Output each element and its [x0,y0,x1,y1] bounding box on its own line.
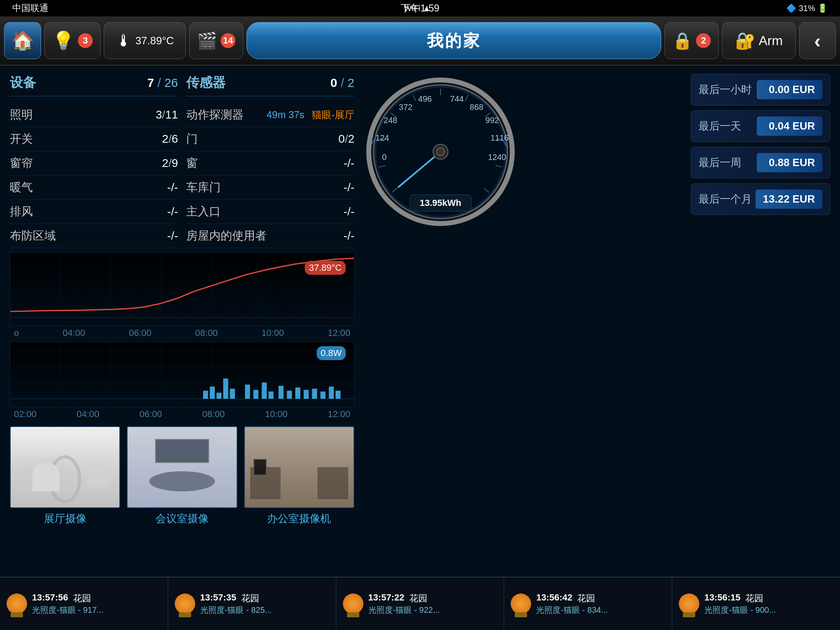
motion-location: 猫眼-展厅 [312,108,354,121]
cost-value-hour: 0.00 EUR [757,80,822,99]
light-icon: 💡 [52,30,75,51]
event-loc-5: 花园 [745,592,763,605]
top-bar: 🏠 💡 3 🌡 37.89°C 🎬 14 我的家 🔒 2 🔐 A [0,16,840,66]
cost-row-month[interactable]: 最后一个月 13.22 EUR [691,183,830,215]
camera-label-meeting: 会议室摄像 [155,511,209,526]
svg-rect-29 [278,386,283,399]
svg-text:13.95kWh: 13.95kWh [420,198,461,208]
event-item-1[interactable]: 13:57:56 花园 光照度-猫眼 - 917... [0,578,168,630]
camera-icon: 🎬 [197,31,217,50]
device-row-switch[interactable]: 开关 2/6 [10,127,178,151]
event-icon-5 [679,593,699,614]
event-text-4: 13:56:42 花园 光照度-猫眼 - 834... [536,592,665,616]
event-item-3[interactable]: 13:57:22 花园 光照度-猫眼 - 922... [336,578,504,630]
event-time-1: 13:57:56 [32,592,68,605]
devices-column: 设备 7 / 26 照明 3/11 开关 2/6 [10,74,178,248]
event-item-2[interactable]: 13:57:35 花园 光照度-猫眼 - 825... [168,578,336,630]
event-icon-1 [7,593,27,614]
cost-row-day[interactable]: 最后一天 0.04 EUR [691,110,830,142]
event-time-5: 13:56:15 [704,592,740,605]
cost-row-week[interactable]: 最后一周 0.88 EUR [691,147,830,178]
back-icon: ‹ [814,30,821,52]
devices-label: 设备 [10,74,36,92]
svg-rect-35 [329,387,334,399]
svg-text:1116: 1116 [491,133,509,142]
svg-text:868: 868 [470,103,483,112]
back-button[interactable]: ‹ [799,22,836,59]
sensor-row-entrance[interactable]: 主入口 -/- [186,200,354,224]
arm-label: Arm [759,33,783,48]
svg-rect-34 [320,391,325,399]
sensors-column: 传感器 0 / 2 动作探测器 49m 37s 猫眼-展厅 [186,74,354,248]
energy-costs: 最后一小时 0.00 EUR 最后一天 0.04 EUR 最后一周 0.88 E… [691,74,830,215]
cost-value-day: 0.04 EUR [757,116,822,136]
camera-item-meeting[interactable]: 会议室摄像 [127,426,237,526]
sensor-row-motion[interactable]: 动作探测器 49m 37s 猫眼-展厅 [186,103,354,127]
event-item-5[interactable]: 13:56:15 花园 光照度-猫眼 - 900... [672,578,840,630]
cost-row-hour[interactable]: 最后一小时 0.00 EUR [691,74,830,105]
event-desc-5: 光照度-猫眼 - 900... [704,605,833,616]
security-badge: 2 [696,33,711,48]
event-desc-1: 光照度-猫眼 - 917... [32,605,161,616]
home-button[interactable]: 🏠 [4,22,41,59]
temp-chart-xaxis: o 04:00 06:00 08:00 10:00 12:00 [10,326,354,340]
event-item-4[interactable]: 13:56:42 花园 光照度-猫眼 - 834... [504,578,672,630]
camera-label-hall: 展厅摄像 [44,511,87,526]
svg-rect-22 [217,393,221,399]
cost-label-day: 最后一天 [698,119,741,133]
device-row-zone[interactable]: 布防区域 -/- [10,224,178,248]
svg-rect-23 [223,379,228,399]
svg-rect-33 [312,389,317,399]
event-text-5: 13:56:15 花园 光照度-猫眼 - 900... [704,592,833,616]
cost-label-week: 最后一周 [698,155,741,170]
camera-item-hall[interactable]: 展厅摄像 [10,426,120,526]
info-grid: 设备 7 / 26 照明 3/11 开关 2/6 [10,74,354,248]
main-title[interactable]: 我的家 [247,22,661,59]
thermometer-icon: 🌡 [116,32,132,50]
cost-label-month: 最后一个月 [698,192,752,206]
svg-rect-28 [269,391,274,399]
sensor-row-door[interactable]: 门 0/2 [186,127,354,151]
svg-text:372: 372 [399,103,412,112]
camera-item-office[interactable]: 办公室摄像机 [244,426,354,526]
devices-count: 7 / 26 [147,76,178,90]
svg-point-64 [436,148,445,156]
event-desc-3: 光照度-猫眼 - 922... [368,605,498,616]
power-current-value: 0.8W [317,346,346,360]
event-loc-4: 花园 [577,592,595,605]
event-time-3: 13:57:22 [368,592,404,605]
main-area: 设备 7 / 26 照明 3/11 开关 2/6 [0,66,840,526]
temperature-button[interactable]: 🌡 37.89°C [104,22,186,59]
device-row-curtain[interactable]: 窗帘 2/9 [10,151,178,176]
svg-rect-20 [203,391,208,399]
events-bar: 13:57:56 花园 光照度-猫眼 - 917... 13:57:35 花园 … [0,577,840,630]
svg-text:744: 744 [450,94,463,103]
event-loc-2: 花园 [241,592,259,605]
svg-rect-32 [304,390,308,399]
camera-button[interactable]: 🎬 14 [189,22,243,59]
camera-thumb-office [244,426,354,508]
event-text-3: 13:57:22 花园 光照度-猫眼 - 922... [368,592,498,616]
carrier-text: 中国联通 [12,2,48,14]
camera-badge: 14 [221,33,235,48]
device-row-fan[interactable]: 排风 -/- [10,200,178,224]
sensor-row-window[interactable]: 窗 -/- [186,151,354,176]
power-chart-xaxis: 02:00 04:00 06:00 08:00 10:00 12:00 [10,407,354,421]
temperature-chart: 37.89°C [10,252,354,326]
app-root: 中国联通 WiFi ▲ 下午1:59 🔷 31% 🔋 🏠 💡 3 🌡 37.89… [0,0,840,630]
sensor-row-occupant[interactable]: 房屋内的使用者 -/- [186,224,354,248]
svg-rect-30 [287,391,292,399]
security-button[interactable]: 🔒 2 [664,22,719,59]
motion-time: 49m 37s [267,109,304,121]
devices-header: 设备 7 / 26 [10,74,178,96]
sensor-row-garage[interactable]: 车库门 -/- [186,176,354,200]
event-text-2: 13:57:35 花园 光照度-猫眼 - 825... [200,592,329,616]
device-row-heat[interactable]: 暖气 -/- [10,176,178,200]
camera-label-office: 办公室摄像机 [267,511,331,526]
event-time-4: 13:56:42 [536,592,572,605]
device-row-light[interactable]: 照明 3/11 [10,103,178,127]
arm-button[interactable]: 🔐 Arm [722,22,796,59]
event-icon-2 [175,593,195,614]
arm-icon: 🔐 [735,31,756,50]
light-button[interactable]: 💡 3 [44,22,100,59]
